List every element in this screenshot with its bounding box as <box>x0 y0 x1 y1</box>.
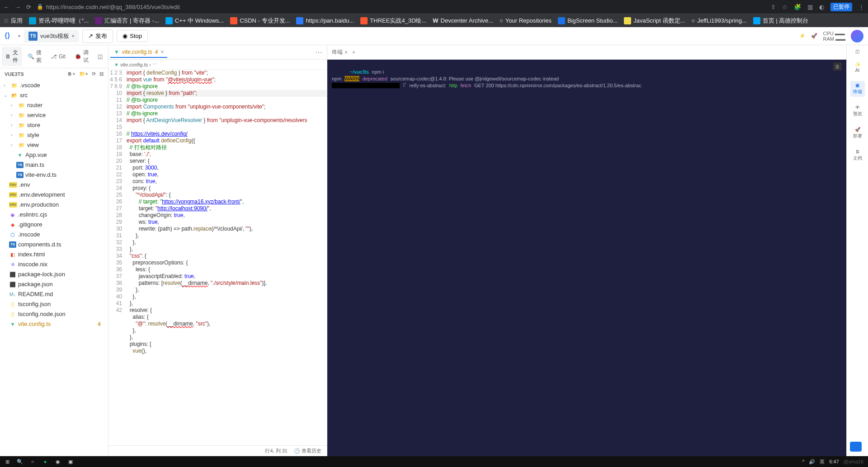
sidebar-collapse[interactable]: ◫ <box>94 47 106 66</box>
tree-folder[interactable]: ›📁style <box>0 130 108 140</box>
extensions-icon[interactable]: 🧩 <box>794 4 801 10</box>
trash-icon[interactable]: 🗑 <box>833 62 842 71</box>
vite-icon: ▼ <box>114 49 119 55</box>
tree-file[interactable]: ◆.gitignore <box>0 220 108 230</box>
tree-folder[interactable]: ›📁store <box>0 120 108 130</box>
tree-file[interactable]: ⬛package.json <box>0 279 108 289</box>
volume-icon[interactable]: 🔊 <box>809 459 815 465</box>
ts-icon: TS <box>16 172 24 178</box>
terminal-tabs: 终端× + <box>327 45 846 60</box>
rail-deploy[interactable]: 🚀部署 <box>851 125 864 141</box>
rail-preview[interactable]: 👁预览 <box>851 103 864 119</box>
url-bar[interactable]: 🔒 https://inscode.csdn.net/@qq_388/0145/… <box>35 4 767 10</box>
tree-folder[interactable]: ›📁.vscode <box>0 80 108 90</box>
tree-file[interactable]: TScomponents.d.ts <box>0 240 108 250</box>
project-selector[interactable]: TS vue3ts模板 ▾ <box>24 30 79 42</box>
bookmark-item[interactable]: CSDN - 专业开发... <box>230 17 290 25</box>
tree-file[interactable]: ⬡.inscode <box>0 230 108 240</box>
new-file-icon[interactable]: 🗎+ <box>67 71 75 77</box>
refresh-icon[interactable]: ⟳ <box>92 71 96 77</box>
tree-file[interactable]: ENV.env.production <box>0 200 108 210</box>
tree-file[interactable]: ENV.env.development <box>0 190 108 200</box>
bookmark-item[interactable]: JavaScript 函数定... <box>624 17 685 25</box>
bookmark-item[interactable]: WDevcenter Archive... <box>433 17 493 24</box>
tree-file[interactable]: ◉.eslintrc.cjs <box>0 210 108 220</box>
new-folder-icon[interactable]: 📁+ <box>79 71 88 77</box>
rail-terminal[interactable]: ▣终端 <box>850 81 865 97</box>
tree-file[interactable]: {}tsconfig.json <box>0 299 108 309</box>
bookmark-item[interactable]: ○Your Repositories <box>500 17 552 24</box>
wechat-icon[interactable]: ● <box>40 457 51 466</box>
code-editor[interactable]: 1 2 3 4 5 6 7 8 9 10 11 12 13 14 15 16 1… <box>108 70 327 445</box>
bookmark-item[interactable]: BigScreen Studio... <box>558 17 618 24</box>
lightning-icon[interactable]: ⚡ <box>799 33 806 39</box>
collapse-icon[interactable]: ⊟ <box>99 71 104 77</box>
ime-indicator[interactable]: 英 <box>820 458 825 465</box>
profile-icon[interactable]: ◐ <box>819 4 824 10</box>
breadcrumb[interactable]: ▼ vite.config.ts›⋯ <box>108 60 327 70</box>
close-icon[interactable]: × <box>344 49 348 56</box>
new-terminal-icon[interactable]: + <box>352 49 355 56</box>
tray-chevron-icon[interactable]: ^ <box>802 459 804 464</box>
tree-file[interactable]: ⬛package-lock.json <box>0 269 108 279</box>
sidebar-tab-search[interactable]: 🔍搜索 <box>24 47 45 66</box>
menu-icon[interactable]: ⋮ <box>859 4 864 10</box>
tree-file[interactable]: M↓README.md <box>0 289 108 299</box>
publish-button[interactable]: ↗发布 <box>82 29 113 43</box>
bookmark-item[interactable]: C++ 中 Windows... <box>165 17 224 25</box>
editor-tab-active[interactable]: ▼ vite.config.ts 4 × <box>110 47 167 58</box>
tree-file[interactable]: ▼App.vue <box>0 150 108 160</box>
tree-file[interactable]: TSvite-env.d.ts <box>0 170 108 180</box>
sidebar-tab-git[interactable]: ⎇Git <box>47 47 69 66</box>
rail-docs[interactable]: 🗎文档 <box>851 147 864 163</box>
tree-folder[interactable]: ›📁view <box>0 140 108 150</box>
bookmark-star-icon[interactable]: ☆ <box>782 4 788 10</box>
tree-file[interactable]: ENV.env <box>0 180 108 190</box>
bookmark-item[interactable]: 汇编语言 | 寄存器 -... <box>95 17 159 25</box>
close-icon[interactable]: × <box>160 49 164 55</box>
cortana-icon[interactable]: ○ <box>27 457 38 466</box>
tree-folder[interactable]: ›📁service <box>0 110 108 120</box>
inscode-logo-icon[interactable]: ⟨⟩ <box>5 31 14 41</box>
chrome-icon[interactable]: ◉ <box>52 457 63 466</box>
watermark: @yma16 <box>844 459 863 464</box>
code-content[interactable]: import { defineConfig } from "vite"; imp… <box>127 70 327 445</box>
more-icon[interactable]: ⋯ <box>315 48 325 57</box>
bookmark-item[interactable]: 资讯-哔哩哔哩（°... <box>29 17 89 25</box>
tree-file[interactable]: ◧index.html <box>0 250 108 259</box>
reading-list-icon[interactable]: ▥ <box>807 4 813 10</box>
ai-icon: ✨ <box>855 62 860 67</box>
clock[interactable]: 6:47 <box>829 459 839 464</box>
share-icon[interactable]: ⇧ <box>771 4 776 10</box>
user-avatar[interactable] <box>851 30 863 42</box>
panel-toggle-icon[interactable]: ◫ <box>855 49 859 54</box>
history-link[interactable]: 🕐 查看历史 <box>294 448 321 454</box>
reload-button[interactable]: ⟳ <box>26 4 31 10</box>
terminal-output[interactable]: 🗑~/vue3ts npm i npm WARN deprecated sour… <box>327 60 846 456</box>
tree-file-modified[interactable]: ▼vite.config.ts4 <box>0 319 108 329</box>
forward-button[interactable]: → <box>15 4 21 10</box>
tree-folder[interactable]: ›📁router <box>0 100 108 110</box>
terminal-app-icon[interactable]: ▣ <box>65 457 76 466</box>
bookmark-item[interactable]: ○JeffLi1993/spring... <box>691 17 746 24</box>
rail-ai[interactable]: ✨AI <box>853 60 862 75</box>
back-button[interactable]: ← <box>4 4 9 10</box>
bookmark-item[interactable]: https://pan.baidu... <box>296 17 354 24</box>
tree-folder[interactable]: ⌄📂src <box>0 90 108 100</box>
bookmark-item[interactable]: 首页 | 高德控制台 <box>753 17 809 25</box>
start-button[interactable]: ⊞ <box>2 457 13 466</box>
stop-button[interactable]: ◉Stop <box>117 30 148 42</box>
tree-file[interactable]: TSmain.ts <box>0 160 108 170</box>
tree-file[interactable]: {}tsconfig.node.json <box>0 309 108 319</box>
tree-file[interactable]: ❄inscode.nix <box>0 259 108 269</box>
bookmark-item[interactable]: THREE实战4_3D绘... <box>360 17 426 25</box>
apps-button[interactable]: ⊞应用 <box>4 17 23 25</box>
search-button[interactable]: 🔍 <box>14 457 25 466</box>
sidebar-tab-debug[interactable]: 🐞调试 <box>71 47 92 66</box>
sidebar-tab-files[interactable]: 🗎文件 <box>2 47 22 66</box>
chevron-down-icon[interactable]: ▾ <box>18 33 20 38</box>
cursor-position[interactable]: 行4, 列 31 <box>265 448 288 454</box>
chat-bubble-icon[interactable] <box>850 442 862 452</box>
rocket-icon[interactable]: 🚀 <box>811 33 817 39</box>
terminal-tab[interactable]: 终端× <box>332 48 348 56</box>
